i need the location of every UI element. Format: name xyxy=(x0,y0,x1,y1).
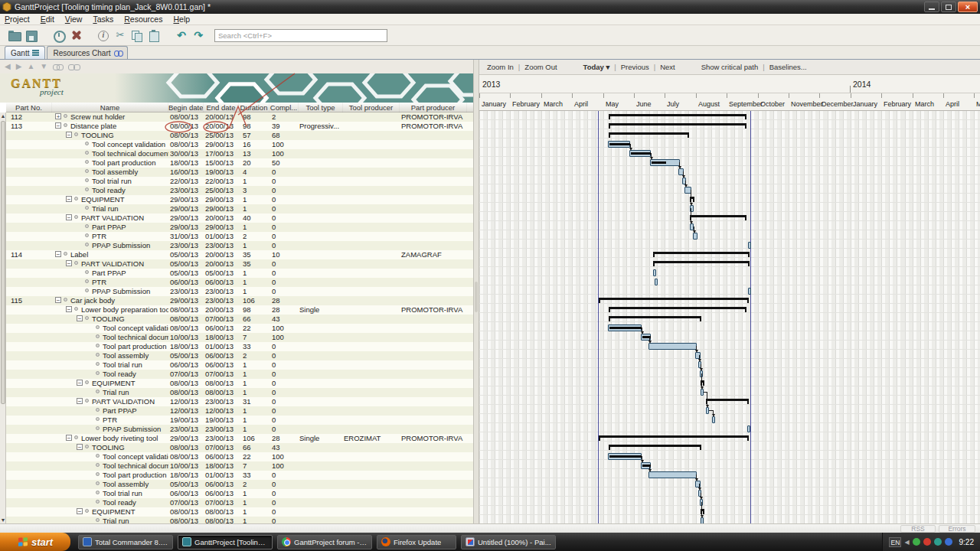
table-row[interactable]: PPAP Submission23/00/1323/00/1310 xyxy=(6,241,473,250)
table-row[interactable]: −Lower body riveting tool29/00/1323/00/1… xyxy=(6,434,473,443)
tray-blue-icon[interactable] xyxy=(945,538,952,546)
column-header-part-no-[interactable]: Part No. xyxy=(6,103,52,112)
summary-bar[interactable] xyxy=(609,445,701,447)
errors-button[interactable]: Errors xyxy=(939,525,975,533)
table-row[interactable]: Trial run29/00/1329/00/1310 xyxy=(6,204,473,214)
table-row[interactable]: Tool trial run06/00/1306/00/1310 xyxy=(6,489,473,498)
table-row[interactable]: Tool assembly16/00/1319/00/1340 xyxy=(6,168,473,177)
table-row[interactable]: Tool part production18/00/1301/00/13330 xyxy=(6,342,473,351)
cut-icon[interactable]: ✂ xyxy=(113,29,127,42)
table-row[interactable]: Tool assembly05/00/1306/00/1320 xyxy=(6,480,473,489)
properties-icon[interactable]: i xyxy=(96,29,110,42)
panel-splitter[interactable] xyxy=(473,60,479,523)
summary-bar[interactable] xyxy=(609,307,746,309)
table-row[interactable]: Part PPAP05/00/1305/00/1310 xyxy=(6,269,473,278)
table-row[interactable]: −EQUIPMENT29/00/1329/00/1310 xyxy=(6,195,473,204)
collapse-icon[interactable]: − xyxy=(66,435,72,441)
nav-left-icon[interactable]: ◀ xyxy=(5,60,11,73)
chart-control-zoom-in[interactable]: Zoom In xyxy=(487,63,514,71)
collapse-icon[interactable]: − xyxy=(55,122,61,129)
splitter-handle[interactable] xyxy=(475,282,478,312)
table-row[interactable]: −TOOLING08/00/1325/00/135768 xyxy=(6,131,473,140)
delete-task-icon[interactable] xyxy=(69,29,83,42)
column-header-tool-producer[interactable]: Tool producer xyxy=(343,103,400,112)
collapse-icon[interactable]: − xyxy=(66,306,72,312)
summary-bar[interactable] xyxy=(609,123,746,126)
menu-resources[interactable]: Resources xyxy=(124,15,162,24)
table-row[interactable]: Part PPAP29/00/1329/00/1310 xyxy=(6,223,473,232)
collapse-icon[interactable]: − xyxy=(55,251,61,257)
task-bar[interactable] xyxy=(650,159,680,166)
taskbar-button-firefox[interactable]: Firefox Update xyxy=(377,535,456,549)
taskbar-button-chrome[interactable]: GanttProject forum - ... xyxy=(277,535,372,549)
summary-bar[interactable] xyxy=(599,298,749,300)
chart-control-zoom-out[interactable]: Zoom Out xyxy=(524,63,557,71)
open-project-icon[interactable] xyxy=(8,29,21,42)
expand-icon[interactable]: + xyxy=(55,113,61,119)
taskbar-button-paint[interactable]: Untitled (100%) - Pai... xyxy=(461,535,556,549)
task-bar[interactable] xyxy=(655,279,658,285)
table-row[interactable]: 113−Distance plate08/00/1320/00/139839Pr… xyxy=(6,122,473,131)
menu-edit[interactable]: Edit xyxy=(41,15,54,24)
task-bar[interactable] xyxy=(693,233,697,240)
tray-red-icon[interactable] xyxy=(923,538,931,546)
table-row[interactable]: −PART VALIDATION29/00/1320/00/13400 xyxy=(6,214,473,223)
table-row[interactable]: PTR06/00/1306/00/1310 xyxy=(6,278,473,287)
tab-resources-chart[interactable]: Resources Chart xyxy=(47,46,127,59)
table-row[interactable]: −EQUIPMENT08/00/1308/00/1310 xyxy=(6,379,473,388)
start-button[interactable]: start xyxy=(0,533,70,551)
tray-teal-icon[interactable] xyxy=(934,538,942,546)
collapse-icon[interactable]: − xyxy=(66,132,72,138)
table-row[interactable]: −PART VALIDATION05/00/1320/00/13350 xyxy=(6,259,473,269)
summary-bar[interactable] xyxy=(609,132,689,135)
nav-up-icon[interactable]: ▲ xyxy=(27,60,34,73)
chart-control-baselines-[interactable]: Baselines... xyxy=(769,63,807,71)
table-row[interactable]: Tool technical docum...10/00/1318/00/137… xyxy=(6,333,473,342)
rss-button[interactable]: RSS xyxy=(900,525,936,533)
table-row[interactable]: PPAP Submission23/00/1323/00/1310 xyxy=(6,425,473,434)
menu-project[interactable]: Project xyxy=(5,15,30,24)
clock-icon[interactable] xyxy=(52,29,66,42)
taskbar-button-gp[interactable]: GanttProject [Tooling... xyxy=(178,535,273,549)
chart-control-today[interactable]: Today ▾ xyxy=(583,63,610,71)
table-row[interactable]: Trial run08/00/1308/00/1310 xyxy=(6,517,473,523)
table-row[interactable]: Tool part production18/00/1315/00/132050 xyxy=(6,158,473,168)
scroll-down-icon[interactable]: ▼ xyxy=(0,517,6,523)
column-header-tool-type[interactable]: Tool type xyxy=(299,103,343,112)
copy-icon[interactable] xyxy=(130,29,144,42)
table-row[interactable]: Tool concept validation08/00/1306/00/132… xyxy=(6,324,473,333)
scroll-up-icon[interactable]: ▲ xyxy=(0,112,6,119)
task-bar[interactable] xyxy=(629,150,651,157)
column-header-part-producer[interactable]: Part producer xyxy=(400,103,467,112)
taskbar-button-tc[interactable]: Total Commander 8.0... xyxy=(78,535,173,549)
table-row[interactable]: 112+Screw nut holder08/00/1320/00/13982P… xyxy=(6,112,473,122)
table-row[interactable]: Tool part production18/00/1301/00/13330 xyxy=(6,471,473,480)
column-header-end-date[interactable]: End date xyxy=(204,103,239,112)
column-header-compl-[interactable]: Compl... xyxy=(270,103,299,112)
language-indicator[interactable]: EN xyxy=(889,537,901,547)
collapse-icon[interactable]: − xyxy=(77,315,83,321)
task-bar[interactable] xyxy=(608,141,630,148)
table-row[interactable]: Tool ready07/00/1307/00/1310 xyxy=(6,498,473,507)
task-bar[interactable] xyxy=(712,416,715,423)
table-row[interactable]: PPAP Submission23/00/1323/00/1310 xyxy=(6,287,473,296)
minimize-button[interactable] xyxy=(924,2,939,12)
task-bar[interactable] xyxy=(608,453,642,460)
chart-control-previous[interactable]: Previous xyxy=(621,63,649,71)
task-bar[interactable] xyxy=(648,343,697,350)
table-row[interactable]: PTR19/00/1319/00/1310 xyxy=(6,416,473,425)
table-row[interactable]: Tool trial run22/00/1322/00/1310 xyxy=(6,177,473,186)
undo-icon[interactable]: ↶ xyxy=(175,29,188,42)
summary-bar[interactable] xyxy=(599,435,749,438)
table-row[interactable]: Tool trial run06/00/1306/00/1310 xyxy=(6,360,473,370)
link-tasks-icon[interactable] xyxy=(53,64,63,70)
unlink-tasks-icon[interactable] xyxy=(68,64,78,70)
table-row[interactable]: Part PPAP12/00/1312/00/1310 xyxy=(6,406,473,416)
summary-bar[interactable] xyxy=(609,316,701,318)
collapse-icon[interactable]: − xyxy=(77,508,83,514)
tab-gantt[interactable]: Gantt xyxy=(5,46,45,59)
scrollbar-thumb[interactable] xyxy=(1,121,5,404)
redo-icon[interactable]: ↷ xyxy=(191,29,205,42)
table-row[interactable]: Tool assembly05/00/1306/00/1320 xyxy=(6,351,473,360)
table-row[interactable]: Tool ready23/00/1325/00/1330 xyxy=(6,186,473,195)
